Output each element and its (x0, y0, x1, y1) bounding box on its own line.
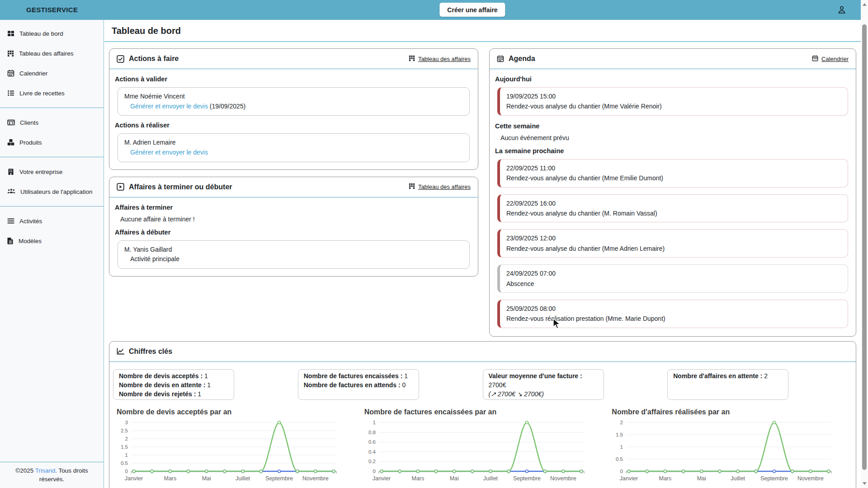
sidebar-item-tableau-des-affaires[interactable]: Tableau des affaires (0, 43, 104, 63)
affaires-header-link[interactable]: Tableau des affaires (409, 183, 471, 191)
svg-text:Novembre: Novembre (302, 475, 329, 482)
event-description: Rendez-vous réalisation prestation (Mme.… (506, 314, 841, 324)
chart-title: Nombre de factures encaissées par an (363, 408, 602, 416)
task-item-sub: Activité principale (130, 254, 463, 264)
agenda-section-heading: Cette semaine (495, 122, 852, 130)
stat-box: Nombre de factures encaissées : 1Nombre … (298, 369, 419, 400)
stat-label: Nombre d'affaires en attente : (673, 372, 762, 380)
sidebar-item-utilisateurs-de-l-application[interactable]: Utilisateurs de l'application (0, 182, 104, 202)
stat-box: Nombre d'affaires en attente : 2 (667, 369, 788, 400)
vertical-scrollbar[interactable] (861, 0, 868, 488)
actions-header-link[interactable]: Tableau des affaires (409, 55, 471, 63)
scrollbar-up-icon[interactable] (861, 1, 868, 8)
sidebar-item-label: Utilisateurs de l'application (20, 188, 92, 195)
svg-text:Mai: Mai (202, 475, 211, 482)
stat-cell: Valeur moyenne d'une facture : 2700€(↗ 2… (483, 369, 668, 400)
actions-card-link[interactable]: Tableau des affaires (418, 56, 471, 62)
stat-line: Nombre de devis rejetés : 1 (119, 389, 228, 399)
stat-cell: Nombre de factures encaissées : 1Nombre … (298, 369, 483, 400)
file-icon (7, 237, 14, 244)
stat-value: 2700€ (489, 381, 506, 389)
chart-nombre-d-affaires-realisees-par-an: Nombre d'affaires réalisées par an00.511… (606, 403, 854, 488)
agenda-card-header: Agenda Calendrier (490, 49, 856, 69)
copyright-text: ©2025 (15, 467, 35, 474)
event-datetime: 22/09/2025 16:00 (506, 198, 841, 208)
sidebar-item-activites[interactable]: Activités (0, 211, 104, 231)
stat-trend: (↗ 2700€ ↘ 2700€) (489, 389, 598, 399)
sidebar-divider (0, 206, 104, 206)
user-icon[interactable] (836, 4, 847, 15)
boxes-icon (7, 139, 14, 146)
stat-value: 1 (198, 390, 201, 398)
event-datetime: 19/09/2025 15:00 (506, 91, 841, 101)
action-link[interactable]: Générer et envoyer le devis (130, 103, 208, 110)
action-link[interactable]: Générer et envoyer le devis (130, 149, 208, 156)
sidebar-item-label: Calendrier (19, 70, 47, 77)
task-item: M. Yanis GaillardActivité principale (118, 240, 470, 269)
svg-text:Janvier: Janvier (373, 475, 391, 482)
sidebar-item-votre-entreprise[interactable]: Votre entreprise (0, 162, 104, 182)
left-column: Actions à faire Tableau des affaires Act… (109, 48, 478, 277)
actions-card-header: Actions à faire Tableau des affaires (109, 49, 478, 69)
sidebar-item-label: Clients (20, 119, 38, 126)
affaires-card-title: Affaires à terminer ou débuter (117, 183, 232, 191)
agenda-event[interactable]: 19/09/2025 15:00Rendez-vous analyse du c… (497, 87, 848, 116)
svg-text:0: 0 (620, 469, 623, 474)
svg-text:0.5: 0.5 (616, 456, 623, 462)
task-item: Mme Noémie VincentGénérer et envoyer le … (118, 87, 470, 116)
chart-nombre-de-devis-acceptes-par-an: Nombre de devis acceptés par an00.511.52… (111, 403, 359, 488)
agenda-event[interactable]: 25/09/2025 08:00Rendez-vous réalisation … (497, 300, 848, 328)
agenda-card: Agenda Calendrier Aujourd'hui19/09/2025 … (489, 48, 856, 337)
trisand-link[interactable]: Trisand (35, 467, 56, 474)
svg-text:2: 2 (125, 436, 128, 441)
app-brand: GESTISERVICE (26, 0, 78, 20)
svg-text:Juillet: Juillet (483, 475, 498, 482)
chart-title: Nombre d'affaires réalisées par an (611, 408, 849, 416)
sidebar-item-clients[interactable]: Clients (0, 113, 104, 132)
event-datetime: 24/09/2025 07:00 (506, 268, 841, 278)
agenda-card-link[interactable]: Calendrier (821, 56, 849, 62)
svg-text:2: 2 (620, 420, 623, 425)
agenda-event[interactable]: 24/09/2025 07:00Abscence (497, 264, 848, 293)
sidebar-item-produits[interactable]: Produits (0, 132, 104, 152)
sidebar-item-tableau-de-bord[interactable]: Tableau de bord (0, 23, 104, 43)
sidebar-item-modeles[interactable]: Modèles (0, 231, 104, 251)
stat-line: Nombre de devis acceptés : 1 (119, 371, 228, 380)
agenda-card-title-text: Agenda (509, 55, 535, 63)
agenda-header-link[interactable]: Calendrier (812, 55, 849, 63)
users-icon (7, 188, 15, 195)
affaires-card-link[interactable]: Tableau des affaires (418, 183, 471, 190)
svg-text:3: 3 (125, 420, 128, 425)
chart-plot: 00.20.40.60.81JanvierMarsMaiJuilletSepte… (363, 418, 602, 488)
sidebar-item-calendrier[interactable]: Calendrier (0, 63, 104, 83)
chart-plot: 00.511.522.53JanvierMarsMaiJuilletSeptem… (116, 418, 354, 488)
svg-text:Mars: Mars (659, 475, 672, 482)
sidebar-item-livre-de-recettes[interactable]: Livre de recettes (0, 83, 104, 103)
event-description: Rendez-vous analyse du chantier (Mme Adr… (506, 244, 841, 253)
task-item-name: M. Adrien Lemaire (124, 138, 463, 148)
scrollbar-thumb[interactable] (862, 24, 867, 470)
create-affaire-button[interactable]: Créer une affaire (439, 3, 505, 17)
svg-text:Mai: Mai (449, 475, 458, 482)
actions-card-body: Actions à validerMme Noémie VincentGénér… (109, 69, 478, 169)
svg-text:Janvier: Janvier (620, 475, 638, 482)
sidebar-divider (0, 108, 104, 108)
agenda-event[interactable]: 22/09/2025 11:00Rendez-vous analyse du c… (497, 159, 848, 188)
agenda-card-body: Aujourd'hui19/09/2025 15:00Rendez-vous a… (490, 69, 856, 336)
chart-title: Nombre de devis acceptés par an (116, 408, 354, 416)
sidebar-item-label: Modèles (19, 238, 42, 244)
section-heading: Actions à valider (115, 75, 474, 83)
stat-label: Valeur moyenne d'une facture : (489, 372, 582, 380)
sidebar-item-label: Produits (19, 139, 42, 146)
stat-line: Nombre de devis en attente : 1 (119, 380, 228, 389)
action-date: (19/09/2025) (208, 103, 245, 110)
svg-text:Septembre: Septembre (265, 475, 293, 482)
affaires-card-title-text: Affaires à terminer ou débuter (129, 183, 232, 191)
agenda-section-heading: Aujourd'hui (495, 75, 852, 83)
svg-text:Novembre: Novembre (797, 475, 824, 482)
agenda-event[interactable]: 23/09/2025 12:00Rendez-vous analyse du c… (497, 229, 848, 258)
sidebar-nav: Tableau de bordTableau des affairesCalen… (0, 20, 104, 462)
agenda-event[interactable]: 22/09/2025 16:00Rendez-vous analyse du c… (497, 194, 848, 223)
section-heading: Actions à réaliser (115, 122, 474, 129)
scrollbar-down-icon[interactable] (861, 480, 868, 487)
